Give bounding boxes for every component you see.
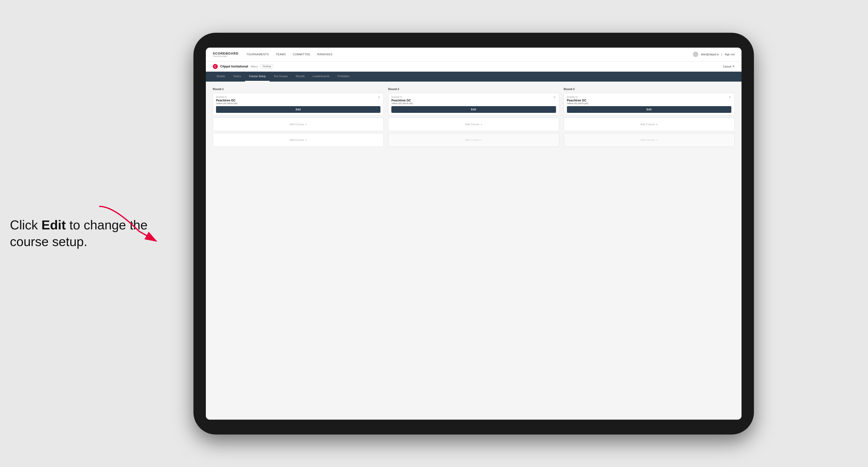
round-3-course-card: ✕ (Course A) Peachtree GC Yellow (M) (66… [564, 93, 735, 116]
annotation-bold: Edit [41, 218, 66, 232]
round-2-course-details: Yellow (M) (6629 yds) [391, 102, 556, 105]
tablet-device: SCOREBOARD Powered by clippd TOURNAMENTS… [193, 33, 754, 435]
tab-course-setup[interactable]: Course Setup [245, 72, 270, 82]
hosting-badge: Hosting [260, 64, 273, 68]
sign-out-link[interactable]: Sign out [725, 53, 735, 56]
cancel-icon: ✕ [732, 65, 735, 68]
tab-details[interactable]: Details [213, 72, 229, 82]
top-nav: SCOREBOARD Powered by clippd TOURNAMENTS… [206, 48, 742, 62]
tournament-title-area: C Clippd Invitational (Men) Hosting [213, 64, 273, 69]
logo-text: SCOREBOARD [213, 52, 239, 55]
round-1-course-card: ✕ (Course A) Peachtree GC Yellow (M) (66… [213, 93, 384, 116]
round-1-edit-button[interactable]: Edit [216, 106, 380, 113]
round-3-column: Round 3 ✕ (Course A) Peachtree GC Yellow… [564, 88, 735, 149]
round-2-course-label: (Course A) [391, 96, 556, 98]
round-1-course-label: (Course A) [216, 96, 380, 98]
plus-icon-6: + [656, 138, 658, 142]
plus-icon-1: + [305, 123, 307, 126]
sub-nav: Details Teams Course Setup Tee Groups Re… [206, 72, 742, 82]
cancel-button[interactable]: Cancel ✕ [723, 65, 735, 68]
round-2-add-course-2: Add Course + [388, 133, 559, 147]
tablet-screen: SCOREBOARD Powered by clippd TOURNAMENTS… [206, 48, 742, 419]
round-2-add-course-1[interactable]: Add Course + [388, 118, 559, 131]
nav-separator: | [721, 53, 722, 56]
round-3-title: Round 3 [564, 88, 735, 91]
round-2-course-card: ✕ (Course A) Peachtree GC Yellow (M) (66… [388, 93, 559, 116]
plus-icon-2: + [305, 138, 307, 142]
nav-committee[interactable]: COMMITTEE [293, 52, 310, 57]
nav-rankings[interactable]: RANKINGS [317, 52, 332, 57]
round-2-delete-icon[interactable]: ✕ [553, 95, 557, 99]
main-content: Round 1 ✕ (Course A) Peachtree GC Yellow… [206, 82, 742, 419]
nav-tournaments[interactable]: TOURNAMENTS [247, 52, 269, 57]
nav-user: blair@clippd.io | Sign out [693, 52, 735, 57]
tab-printables[interactable]: Printables [334, 72, 354, 82]
round-2-course-name: Peachtree GC [391, 99, 556, 102]
round-3-delete-icon[interactable]: ✕ [728, 95, 732, 99]
round-3-course-details: Yellow (M) (6629 yds) [567, 102, 731, 105]
round-1-course-details: Yellow (M) (6629 yds) [216, 102, 380, 105]
round-3-add-course-2: Add Course + [564, 133, 735, 147]
round-3-course-name: Peachtree GC [567, 99, 731, 102]
scoreboard-logo: SCOREBOARD Powered by clippd [213, 52, 239, 57]
round-3-course-label: (Course A) [567, 96, 731, 98]
tab-tee-groups[interactable]: Tee Groups [270, 72, 292, 82]
annotation-arrow [94, 201, 168, 251]
nav-links: TOURNAMENTS TEAMS COMMITTEE RANKINGS [247, 52, 693, 57]
logo-sub: Powered by clippd [213, 55, 239, 57]
round-2-column: Round 2 ✕ (Course A) Peachtree GC Yellow… [388, 88, 559, 149]
round-1-add-course-2[interactable]: Add Course + [213, 133, 384, 147]
tab-results[interactable]: Results [292, 72, 309, 82]
round-1-column: Round 1 ✕ (Course A) Peachtree GC Yellow… [213, 88, 384, 149]
round-3-add-course-1[interactable]: Add Course + [564, 118, 735, 131]
round-1-delete-icon[interactable]: ✕ [377, 95, 381, 99]
tab-teams[interactable]: Teams [229, 72, 245, 82]
plus-icon-5: + [656, 123, 658, 126]
plus-icon-4: + [480, 138, 483, 142]
round-1-add-course-1[interactable]: Add Course + [213, 118, 384, 131]
user-email: blair@clippd.io [701, 53, 719, 56]
tournament-header: C Clippd Invitational (Men) Hosting Canc… [206, 62, 742, 72]
round-2-edit-button[interactable]: Edit [391, 106, 556, 113]
tab-leaderboards[interactable]: Leaderboards [309, 72, 334, 82]
tournament-name: Clippd Invitational [220, 64, 248, 68]
rounds-grid: Round 1 ✕ (Course A) Peachtree GC Yellow… [213, 88, 735, 149]
clippd-icon: C [213, 64, 218, 69]
plus-icon-3: + [480, 123, 483, 126]
round-3-edit-button[interactable]: Edit [567, 106, 731, 113]
round-1-course-name: Peachtree GC [216, 99, 380, 102]
nav-teams[interactable]: TEAMS [276, 52, 286, 57]
tournament-gender: (Men) [251, 65, 258, 68]
round-2-title: Round 2 [388, 88, 559, 91]
round-1-title: Round 1 [213, 88, 384, 91]
annotation-prefix: Click [10, 218, 41, 232]
avatar [693, 52, 699, 57]
